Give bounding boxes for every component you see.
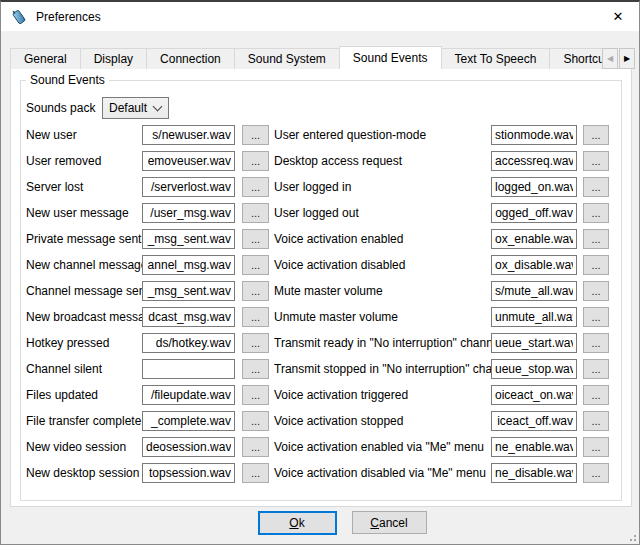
resize-grip[interactable] — [626, 531, 636, 541]
browse-button[interactable]: ... — [583, 359, 609, 379]
browse-button[interactable]: ... — [242, 281, 269, 301]
sound-event-label: Channel silent — [26, 362, 142, 376]
tab-general[interactable]: General — [10, 48, 81, 69]
sound-file-input[interactable] — [142, 333, 235, 353]
sound-file-input[interactable] — [142, 255, 235, 275]
preferences-dialog: Preferences ✕ GeneralDisplayConnectionSo… — [0, 0, 640, 545]
close-icon: ✕ — [613, 9, 624, 24]
browse-button[interactable]: ... — [583, 333, 609, 353]
sound-event-label: New user message — [26, 206, 142, 220]
chevron-down-icon — [153, 101, 163, 111]
group-title: Sound Events — [26, 73, 109, 87]
sound-file-input[interactable] — [142, 177, 235, 197]
sound-event-label: New desktop session — [26, 466, 142, 480]
sound-event-row: New desktop session...Voice activation d… — [21, 460, 621, 486]
sound-file-input[interactable] — [491, 255, 577, 275]
sound-file-input[interactable] — [142, 385, 235, 405]
sound-file-input[interactable] — [491, 125, 577, 145]
browse-button[interactable]: ... — [242, 255, 269, 275]
sound-event-label: Voice activation triggered — [274, 388, 491, 402]
sound-event-label: Server lost — [26, 180, 142, 194]
sound-event-row: New user...User entered question-mode... — [21, 122, 621, 148]
tab-text-to-speech[interactable]: Text To Speech — [441, 48, 551, 69]
browse-button[interactable]: ... — [242, 437, 269, 457]
sound-file-input[interactable] — [142, 229, 235, 249]
sound-event-label: User removed — [26, 154, 142, 168]
sound-file-input[interactable] — [142, 437, 235, 457]
browse-button[interactable]: ... — [242, 411, 269, 431]
sound-file-input[interactable] — [491, 281, 577, 301]
tab-connection[interactable]: Connection — [146, 48, 235, 69]
sound-file-input[interactable] — [491, 411, 577, 431]
sound-file-input[interactable] — [491, 385, 577, 405]
sound-event-label: Voice activation stopped — [274, 414, 491, 428]
sound-file-input[interactable] — [491, 177, 577, 197]
sound-event-row: Channel silent...Transmit stopped in "No… — [21, 356, 621, 382]
sound-event-row: New video session...Voice activation ena… — [21, 434, 621, 460]
tab-sound-system[interactable]: Sound System — [234, 48, 340, 69]
browse-button[interactable]: ... — [242, 177, 269, 197]
sound-file-input[interactable] — [491, 359, 577, 379]
sound-event-row: New broadcast message...Unmute master vo… — [21, 304, 621, 330]
sound-file-input[interactable] — [142, 359, 235, 379]
sound-event-label: New channel message — [26, 258, 142, 272]
browse-button[interactable]: ... — [242, 307, 269, 327]
browse-button[interactable]: ... — [583, 437, 609, 457]
browse-button[interactable]: ... — [583, 177, 609, 197]
sound-file-input[interactable] — [491, 437, 577, 457]
sound-file-input[interactable] — [142, 411, 235, 431]
browse-button[interactable]: ... — [242, 463, 269, 483]
browse-button[interactable]: ... — [583, 281, 609, 301]
sound-event-label: Files updated — [26, 388, 142, 402]
browse-button[interactable]: ... — [583, 307, 609, 327]
sound-file-input[interactable] — [491, 151, 577, 171]
sound-file-input[interactable] — [491, 307, 577, 327]
sound-file-input[interactable] — [142, 463, 235, 483]
sound-event-label: User entered question-mode — [274, 128, 491, 142]
sound-event-label: New video session — [26, 440, 142, 454]
browse-button[interactable]: ... — [242, 151, 269, 171]
tab-sound-events[interactable]: Sound Events — [339, 46, 442, 69]
browse-button[interactable]: ... — [242, 203, 269, 223]
sounds-pack-select[interactable]: Default — [102, 97, 169, 119]
ok-button[interactable]: Ok — [258, 511, 337, 535]
sound-event-row: Hotkey pressed...Transmit ready in "No i… — [21, 330, 621, 356]
sound-event-row: Server lost...User logged in... — [21, 174, 621, 200]
browse-button[interactable]: ... — [583, 125, 609, 145]
tab-shortcuts[interactable]: Shortcuts — [549, 48, 608, 69]
tab-scroll-right-button[interactable]: ▶ — [619, 48, 635, 69]
sound-event-label: Voice activation enabled via "Me" menu — [274, 440, 491, 454]
close-button[interactable]: ✕ — [597, 2, 639, 31]
tab-scroll-left-button[interactable]: ◀ — [602, 48, 618, 69]
sound-file-input[interactable] — [142, 203, 235, 223]
browse-button[interactable]: ... — [583, 255, 609, 275]
browse-button[interactable]: ... — [242, 333, 269, 353]
sound-event-label: Transmit stopped in "No interruption" ch… — [274, 362, 491, 376]
browse-button[interactable]: ... — [583, 385, 609, 405]
browse-button[interactable]: ... — [583, 229, 609, 249]
sound-file-input[interactable] — [491, 229, 577, 249]
sound-event-label: Mute master volume — [274, 284, 491, 298]
sound-file-input[interactable] — [142, 125, 235, 145]
browse-button[interactable]: ... — [242, 125, 269, 145]
cancel-button[interactable]: Cancel — [352, 511, 427, 534]
sound-file-input[interactable] — [142, 151, 235, 171]
browse-button[interactable]: ... — [583, 463, 609, 483]
sound-file-input[interactable] — [491, 333, 577, 353]
browse-button[interactable]: ... — [242, 229, 269, 249]
sound-file-input[interactable] — [491, 203, 577, 223]
sound-file-input[interactable] — [142, 281, 235, 301]
browse-button[interactable]: ... — [583, 151, 609, 171]
tab-display[interactable]: Display — [80, 48, 147, 69]
sound-file-input[interactable] — [142, 307, 235, 327]
sound-event-label: Desktop access request — [274, 154, 491, 168]
browse-button[interactable]: ... — [242, 385, 269, 405]
browse-button[interactable]: ... — [583, 203, 609, 223]
sound-event-label: File transfer complete — [26, 414, 142, 428]
sound-event-label: User logged in — [274, 180, 491, 194]
sound-events-tab-page: Sound Events Sounds pack Default New use… — [10, 68, 632, 507]
window-title: Preferences — [36, 10, 101, 24]
sound-file-input[interactable] — [491, 463, 577, 483]
browse-button[interactable]: ... — [583, 411, 609, 431]
browse-button[interactable]: ... — [242, 359, 269, 379]
